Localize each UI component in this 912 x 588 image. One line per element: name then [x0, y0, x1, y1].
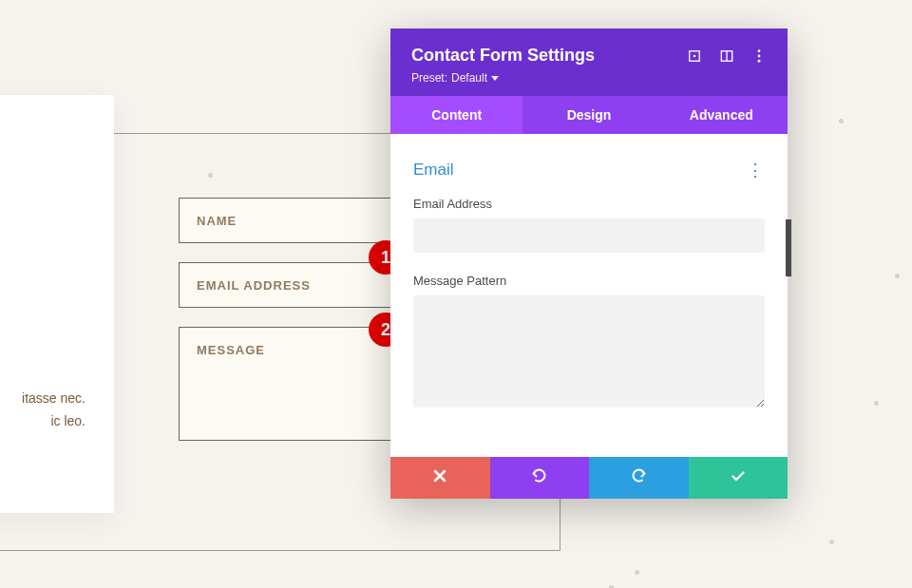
tab-content[interactable]: Content: [390, 96, 522, 134]
modal-body: Email ⋮ Email Address Message Pattern: [390, 134, 788, 457]
lorem-text: itasse nec. ic leo.: [0, 388, 86, 433]
svg-point-5: [758, 54, 761, 57]
redo-button[interactable]: [589, 457, 689, 499]
decorative-dot: [874, 401, 879, 406]
decorative-dot: [839, 119, 844, 123]
undo-icon: [532, 468, 547, 487]
decorative-dot: [829, 540, 834, 544]
preset-label: Preset:: [411, 71, 447, 85]
more-icon[interactable]: [751, 48, 767, 64]
section-title-email[interactable]: Email: [413, 161, 454, 180]
email-address-input[interactable]: [413, 218, 765, 253]
panel-icon[interactable]: [719, 48, 734, 64]
modal-header: Contact Form Settings: [390, 28, 788, 96]
check-icon: [731, 468, 746, 487]
modal-footer: [390, 457, 788, 499]
tab-design[interactable]: Design: [522, 96, 655, 134]
close-icon: [432, 468, 447, 487]
section-more-icon[interactable]: ⋮: [747, 165, 765, 176]
modal-title: Contact Form Settings: [411, 46, 595, 66]
svg-point-4: [758, 49, 761, 52]
save-button[interactable]: [689, 457, 788, 499]
settings-modal: Contact Form Settings: [390, 28, 788, 499]
message-pattern-input[interactable]: [413, 295, 765, 408]
modal-tabs: Content Design Advanced: [390, 96, 788, 134]
email-address-label: Email Address: [413, 197, 765, 211]
page-title: age: [0, 228, 86, 274]
expand-icon[interactable]: [687, 48, 702, 64]
name-field-label: NAME: [197, 214, 237, 228]
decorative-dot: [635, 570, 639, 575]
content-card: age itasse nec. ic leo.: [0, 95, 114, 513]
preset-value: Default: [451, 71, 487, 85]
svg-point-1: [694, 54, 696, 57]
email-field-label: EMAIL ADDRESS: [197, 278, 311, 293]
svg-point-6: [758, 59, 761, 62]
redo-icon: [631, 468, 646, 487]
chevron-down-icon: [491, 76, 499, 81]
preset-selector[interactable]: Preset: Default: [411, 71, 767, 85]
cancel-button[interactable]: [390, 457, 490, 499]
message-pattern-label: Message Pattern: [413, 274, 765, 288]
undo-button[interactable]: [490, 457, 590, 499]
message-field-label: MESSAGE: [197, 343, 265, 357]
tab-advanced[interactable]: Advanced: [656, 96, 788, 134]
decorative-dot: [895, 274, 900, 278]
